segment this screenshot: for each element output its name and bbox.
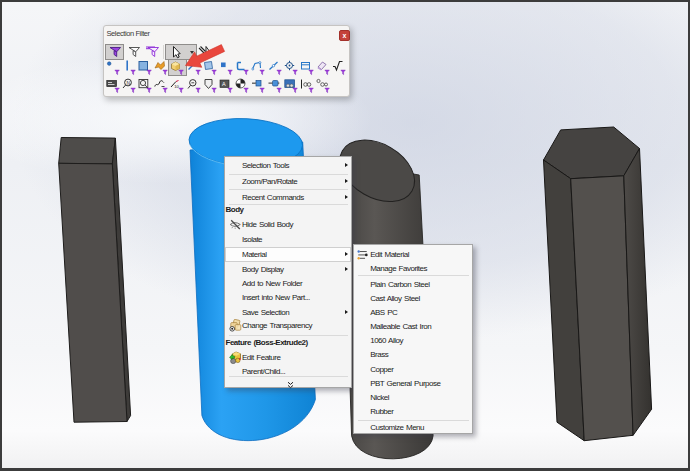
svg-text:10: 10 [174, 84, 179, 89]
svg-text:N: N [126, 79, 130, 85]
svg-text:A: A [222, 81, 226, 87]
